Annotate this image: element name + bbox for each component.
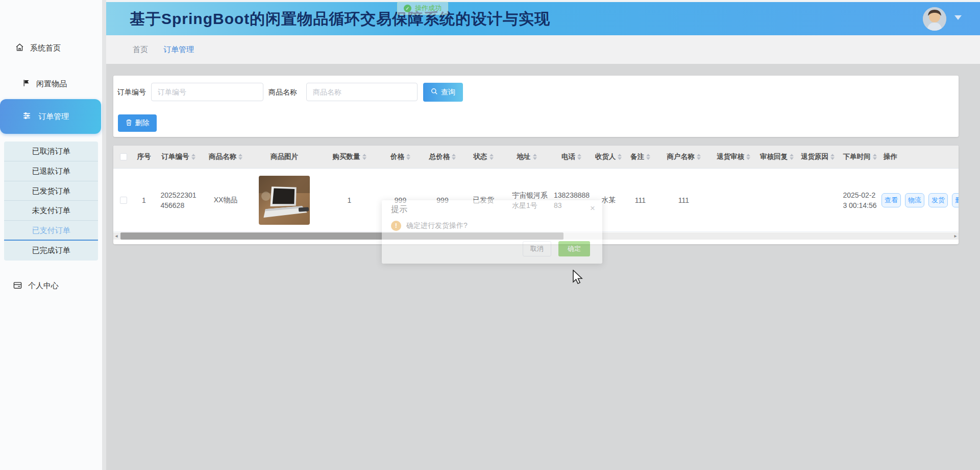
tab-home[interactable]: 首页 <box>133 35 148 64</box>
delete-button-label: 删除 <box>135 119 150 128</box>
dialog-body: ! 确定进行发货操作? <box>391 221 468 231</box>
sliders-icon <box>22 111 31 122</box>
order-submenu: 已取消订单 已退款订单 已发货订单 未支付订单 已支付订单 已完成订单 <box>4 142 98 261</box>
scroll-left-icon[interactable]: ◂ <box>113 232 119 240</box>
app-header: 基于SpringBoot的闲置物品循环交易保障系统的设计与实现 <box>106 2 980 35</box>
home-icon <box>15 43 24 53</box>
cell-goods-name: XX物品 <box>203 196 249 205</box>
scroll-right-icon[interactable]: ▸ <box>952 232 959 240</box>
close-icon[interactable]: × <box>590 203 595 214</box>
cell-goods-image[interactable] <box>249 176 320 225</box>
goods-name-input[interactable] <box>306 83 418 101</box>
cell-index: 1 <box>134 196 154 204</box>
col-status[interactable]: 状态 <box>463 152 504 161</box>
logistics-button[interactable]: 物流 <box>905 193 924 207</box>
sidebar-item-idle-goods[interactable]: 闲置物品 <box>22 79 67 89</box>
sort-icon[interactable] <box>790 154 794 160</box>
sidebar-item-label: 系统首页 <box>30 43 61 53</box>
dialog-message: 确定进行发货操作? <box>406 221 468 230</box>
flag-icon <box>22 79 30 89</box>
sidebar-item-home[interactable]: 系统首页 <box>15 43 61 53</box>
header-select-cell <box>113 153 134 160</box>
sort-icon[interactable] <box>830 154 835 160</box>
col-merchant[interactable]: 商户名称 <box>657 152 710 161</box>
toast-message: 操作成功 <box>415 4 442 13</box>
col-return-reason[interactable]: 退货原因 <box>797 152 838 161</box>
col-price[interactable]: 价格 <box>379 152 422 161</box>
sidebar-item-label: 闲置物品 <box>36 79 67 89</box>
col-goods-image: 商品图片 <box>249 152 320 161</box>
sort-icon[interactable] <box>533 154 537 160</box>
submenu-item-shipped-orders[interactable]: 已发货订单 <box>4 181 98 201</box>
col-return-audit[interactable]: 退货审核 <box>710 152 756 161</box>
cell-actions: 查看 物流 发货 删除 <box>881 193 959 207</box>
col-quantity[interactable]: 购买数量 <box>320 152 379 161</box>
row-checkbox[interactable] <box>120 197 127 204</box>
dialog-title: 提示 <box>391 204 407 215</box>
trash-icon <box>126 119 132 128</box>
sort-icon[interactable] <box>646 154 650 160</box>
breadcrumb-tabbar: 首页 订单管理 <box>106 35 980 64</box>
view-button[interactable]: 查看 <box>881 193 901 207</box>
cell-quantity: 1 <box>320 196 379 204</box>
query-button[interactable]: 查询 <box>423 83 463 102</box>
cell-order-time: 2025-02-23 00:14:56 <box>838 190 881 210</box>
submenu-item-refunded-orders[interactable]: 已退款订单 <box>4 161 98 181</box>
col-goods-name[interactable]: 商品名称 <box>203 152 249 161</box>
batch-delete-button[interactable]: 删除 <box>118 114 157 132</box>
sort-icon[interactable] <box>873 154 877 160</box>
sort-icon[interactable] <box>191 154 195 160</box>
dialog-footer: 取消 确定 <box>523 241 590 256</box>
cell-merchant: 111 <box>657 196 710 204</box>
confirm-button[interactable]: 确定 <box>558 241 590 256</box>
check-circle-icon: ✓ <box>404 5 411 12</box>
sidebar-gutter <box>102 0 106 470</box>
sort-icon[interactable] <box>697 154 701 160</box>
chevron-down-icon[interactable] <box>954 15 962 20</box>
goods-name-label: 商品名称 <box>268 83 297 101</box>
mouse-cursor <box>572 270 584 287</box>
row-select-cell <box>113 197 134 204</box>
app-root: 系统首页 闲置物品 订单管理 已取消订单 已退款订单 已发货订单 未支付订单 已… <box>0 0 980 470</box>
page-title: 基于SpringBoot的闲置物品循环交易保障系统的设计与实现 <box>130 2 550 35</box>
search-icon <box>431 88 438 97</box>
col-order-time[interactable]: 下单时间 <box>838 152 881 161</box>
submenu-item-paid-orders[interactable]: 已支付订单 <box>4 221 98 241</box>
col-total-price[interactable]: 总价格 <box>422 152 463 161</box>
col-remark[interactable]: 备注 <box>624 152 657 161</box>
sidebar-item-order-management[interactable]: 订单管理 <box>0 99 101 134</box>
delete-row-button[interactable]: 删除 <box>952 193 959 207</box>
cell-remark: 111 <box>624 196 657 204</box>
col-address[interactable]: 地址 <box>504 152 550 161</box>
sort-icon[interactable] <box>577 154 581 160</box>
order-no-input[interactable] <box>151 83 263 101</box>
col-order-no[interactable]: 订单编号 <box>154 152 203 161</box>
sort-icon[interactable] <box>406 154 410 160</box>
col-receiver[interactable]: 收货人 <box>593 152 624 161</box>
col-audit-reply[interactable]: 审核回复 <box>756 152 797 161</box>
sidebar-item-label: 订单管理 <box>38 112 69 122</box>
sort-icon[interactable] <box>362 154 366 160</box>
id-card-icon <box>13 281 22 291</box>
sort-icon[interactable] <box>618 154 622 160</box>
sort-icon[interactable] <box>746 154 750 160</box>
submenu-item-unpaid-orders[interactable]: 未支付订单 <box>4 201 98 221</box>
avatar[interactable] <box>923 7 946 31</box>
success-toast: ✓ 操作成功 <box>397 2 448 15</box>
sort-icon[interactable] <box>238 154 242 160</box>
col-actions: 操作 <box>881 152 959 161</box>
sort-icon[interactable] <box>489 154 494 160</box>
sort-icon[interactable] <box>452 154 456 160</box>
sidebar-item-profile[interactable]: 个人中心 <box>13 281 59 291</box>
search-panel: 订单编号 商品名称 查询 删除 <box>113 76 959 137</box>
cancel-button[interactable]: 取消 <box>523 241 551 256</box>
col-phone[interactable]: 电话 <box>550 152 593 161</box>
select-all-checkbox[interactable] <box>120 153 127 160</box>
submenu-item-cancelled-orders[interactable]: 已取消订单 <box>4 142 98 161</box>
tab-order-management[interactable]: 订单管理 <box>163 35 194 64</box>
ship-button[interactable]: 发货 <box>928 193 948 207</box>
avatar-image <box>923 7 946 31</box>
submenu-item-completed-orders[interactable]: 已完成订单 <box>4 241 98 261</box>
col-index[interactable]: 序号 <box>134 152 154 161</box>
sidebar: 系统首页 闲置物品 订单管理 已取消订单 已退款订单 已发货订单 未支付订单 已… <box>0 0 102 470</box>
